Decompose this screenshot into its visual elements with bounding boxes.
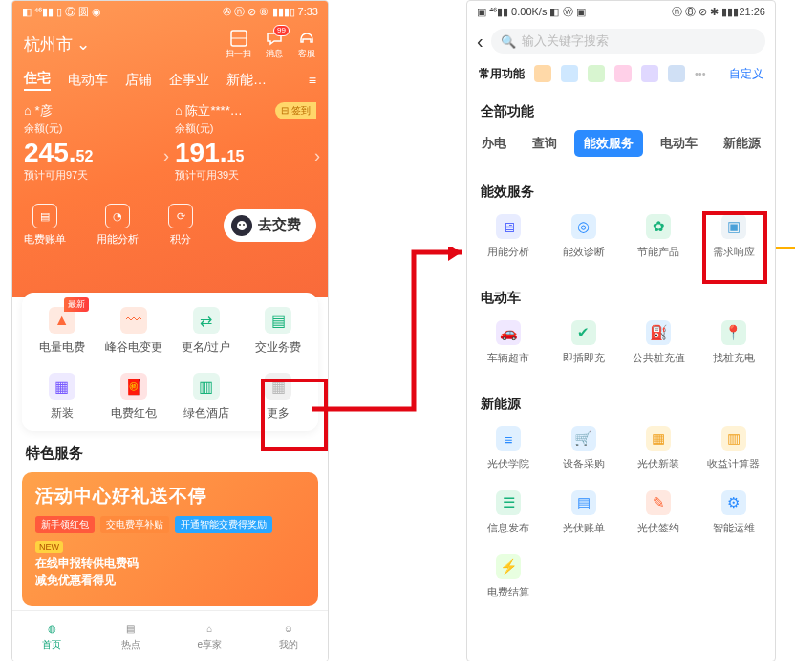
category-tabs: 住宅 电动车 店铺 企事业 新能… ≡ (12, 66, 328, 95)
monitor-icon: 🖥 (496, 214, 521, 239)
fn-diagnosis[interactable]: ◎能效诊断 (547, 214, 622, 259)
scan-button[interactable]: 扫一扫 (226, 29, 251, 60)
bill-icon: ▤ (32, 204, 57, 228)
svg-point-3 (239, 224, 241, 226)
highlight-demand-response (702, 211, 767, 284)
fn-usage-analysis[interactable]: 🖥用能分析 (471, 214, 547, 259)
bill-button[interactable]: ▤电费账单 (24, 204, 66, 247)
fn-fee-settle[interactable]: ⚡电费结算 (471, 554, 547, 599)
account-card-1[interactable]: ⌂ *彦 余额(元) 245.52 预计可用97天 › (24, 102, 165, 183)
car-icon: 🚗 (496, 320, 521, 345)
svc-rename[interactable]: ⇄更名/过户 (170, 307, 243, 356)
tab-ev[interactable]: 电动车 (68, 72, 108, 89)
home-icon: ⌂ (175, 103, 183, 118)
support-button[interactable]: 客服 (297, 29, 316, 60)
svc-greenhotel[interactable]: ▥绿色酒店 (170, 373, 243, 422)
fav-icon[interactable] (641, 65, 658, 82)
rtab-1[interactable]: 查询 (523, 130, 567, 157)
rtab-4[interactable]: 新能源 (714, 130, 770, 157)
tab-newenergy[interactable]: 新能… (226, 72, 267, 89)
fn-pv-sign[interactable]: ✎光伏签约 (621, 490, 697, 535)
svg-point-4 (243, 224, 245, 226)
home-icon: ⌂ (24, 103, 32, 118)
pin-icon: 📍 (721, 320, 746, 345)
tab-home[interactable]: 住宅 (24, 70, 51, 91)
user-icon: ☺ (278, 619, 299, 637)
messages-button[interactable]: 99 消息 (265, 29, 284, 60)
news-icon: ▤ (120, 619, 141, 637)
account-card-2[interactable]: ⊟ 签到 ⌂ 陈立****… 余额(元) 191.15 预计可用39天 › (175, 102, 316, 183)
pay-button[interactable]: 去交费 (224, 209, 316, 242)
promo-banner[interactable]: 活动中心好礼送不停 新手领红包 交电费享补贴 开通智能交费得奖励 NEW 在线申… (22, 472, 318, 606)
fn-roi-calc[interactable]: ▥收益计算器 (697, 426, 772, 471)
headset-icon (297, 29, 316, 48)
svc-redpacket[interactable]: 🧧电费红包 (98, 373, 171, 422)
fav-icon[interactable] (588, 65, 605, 82)
edge-connector (776, 247, 795, 249)
globe-icon: ◍ (41, 619, 62, 637)
more-dots: ••• (695, 68, 706, 79)
fav-icon[interactable] (534, 65, 551, 82)
points-button[interactable]: ⟳积分 (168, 204, 193, 247)
fn-find-charger[interactable]: 📍找桩充电 (697, 320, 772, 365)
transfer-icon: ⇄ (193, 307, 220, 334)
flow-arrow (309, 247, 481, 438)
svc-usage-fee[interactable]: ▲最新电量电费 (26, 307, 98, 356)
checkin-button[interactable]: ⊟ 签到 (275, 102, 316, 119)
back-button[interactable]: ‹ (477, 31, 483, 53)
fn-saving-products[interactable]: ✿节能产品 (621, 214, 697, 259)
plug-icon: ✔ (571, 320, 596, 345)
book-icon: ≡ (496, 426, 521, 451)
calc-icon: ▥ (721, 426, 746, 451)
status-left: ◧ ⁴⁶▮▮ ▯ ⑤ 圆 ◉ (22, 5, 101, 19)
chevron-right-icon: › (163, 146, 169, 166)
fav-icon[interactable] (561, 65, 578, 82)
fn-pv-bill[interactable]: ▤光伏账单 (547, 490, 622, 535)
tab-enterprise[interactable]: 企事业 (169, 72, 209, 89)
tab-shop[interactable]: 店铺 (125, 72, 152, 89)
tab-home-bottom[interactable]: ◍首页 (12, 611, 92, 661)
fn-equipment[interactable]: 🛒设备采购 (547, 426, 622, 471)
fav-icon[interactable] (668, 65, 685, 82)
cart-icon: ⌂ (199, 619, 220, 637)
fn-public-recharge[interactable]: ⛽公共桩充值 (621, 320, 697, 365)
leaf-icon: ✿ (646, 214, 671, 239)
sec-ev: 电动车 (467, 280, 775, 311)
status-right: ✇ ⓝ ⊘ ⑧ ▮▮▮▯ 7:33 (223, 5, 318, 19)
tabbar: ◍首页 ▤热点 ⌂e享家 ☺我的 (12, 610, 328, 661)
bolt-icon: ⚡ (496, 554, 521, 579)
menu-icon[interactable]: ≡ (309, 73, 316, 88)
fn-plug-charge[interactable]: ✔即插即充 (547, 320, 622, 365)
home-screen: ◧ ⁴⁶▮▮ ▯ ⑤ 圆 ◉ ✇ ⓝ ⊘ ⑧ ▮▮▮▯ 7:33 杭州市 ⌄ 扫… (11, 0, 329, 661)
usage-button[interactable]: ◔用能分析 (97, 204, 139, 247)
sec-newenergy: 新能源 (467, 386, 775, 417)
search-icon: 🔍 (501, 34, 516, 49)
location-selector[interactable]: 杭州市 ⌄ (24, 33, 90, 55)
panel-icon: ▦ (646, 426, 671, 451)
chart-icon: ◔ (105, 204, 130, 228)
statusbar: ◧ ⁴⁶▮▮ ▯ ⑤ 圆 ◉ ✇ ⓝ ⊘ ⑧ ▮▮▮▯ 7:33 (12, 1, 328, 23)
message-icon: 99 (265, 29, 284, 48)
chevron-right-icon: › (314, 146, 320, 166)
search-input[interactable]: 🔍 输入关键字搜索 (491, 29, 765, 54)
wave-icon: 〰 (120, 307, 147, 334)
building-icon: ▥ (193, 373, 220, 400)
tab-me[interactable]: ☺我的 (249, 611, 329, 661)
fn-info-publish[interactable]: ☰信息发布 (471, 490, 547, 535)
svc-peak-valley[interactable]: 〰峰谷电变更 (98, 307, 171, 356)
fn-smart-ops[interactable]: ⚙智能运维 (697, 490, 772, 535)
rtab-2[interactable]: 能效服务 (574, 130, 643, 157)
fn-pv-install[interactable]: ▦光伏新装 (621, 426, 697, 471)
rtab-3[interactable]: 电动车 (651, 130, 707, 157)
svc-bizfee[interactable]: ▤交业务费 (243, 307, 315, 356)
svg-point-2 (237, 221, 247, 230)
fn-car-market[interactable]: 🚗车辆超市 (471, 320, 547, 365)
fav-icon[interactable] (614, 65, 632, 82)
tab-hot[interactable]: ▤热点 (92, 611, 171, 661)
svc-install[interactable]: ▦新装 (26, 373, 98, 422)
rtab-0[interactable]: 办电 (472, 130, 516, 157)
customize-link[interactable]: 自定义 (729, 66, 763, 82)
tab-ehome[interactable]: ⌂e享家 (170, 611, 249, 661)
fn-pv-school[interactable]: ≡光伏学院 (471, 426, 547, 471)
favorites-row: 常用功能 ••• 自定义 (467, 59, 775, 88)
